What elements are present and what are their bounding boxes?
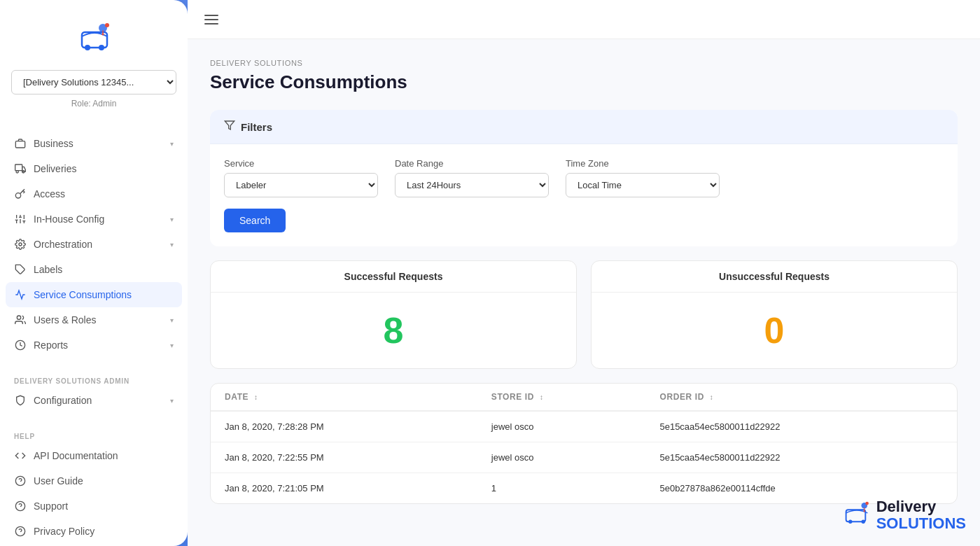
col-store-id[interactable]: STORE ID ↕ [477, 384, 646, 411]
sidebar-item-label-orchestration: Orchestration [34, 239, 163, 250]
code-icon [14, 449, 27, 462]
sidebar-item-label-privacy-policy: Privacy Policy [34, 526, 174, 537]
admin-nav: Configuration ▾ [0, 388, 188, 413]
successful-requests-card: Successful Requests 8 [210, 260, 577, 369]
col-date[interactable]: DATE ↕ [211, 384, 477, 411]
svg-point-22 [17, 316, 20, 319]
role-label: Role: Admin [11, 99, 176, 108]
chevron-down-icon-4: ▾ [170, 316, 174, 324]
sidebar-item-label-api-docs: API Documentation [34, 450, 174, 461]
date-range-filter-group: Date Range Last 24Hours [395, 158, 549, 197]
svg-marker-30 [225, 121, 234, 130]
sidebar-item-user-guide[interactable]: User Guide [6, 468, 182, 493]
sidebar-item-label-support: Support [34, 500, 174, 512]
filters-card: Filters Service Labeler Date Range [210, 110, 958, 246]
main-content: DELIVERY SOLUTIONS Service Consumptions … [188, 0, 980, 546]
help-circle-icon [14, 475, 27, 487]
account-selector[interactable]: [Delivery Solutions 12345... [11, 70, 176, 94]
stats-row: Successful Requests 8 Unsuccessful Reque… [210, 260, 958, 369]
sidebar-item-configuration[interactable]: Configuration ▾ [6, 388, 182, 413]
chevron-down-icon-2: ▾ [170, 216, 174, 223]
hamburger-line-3 [204, 23, 218, 24]
successful-requests-label: Successful Requests [211, 261, 576, 293]
timezone-select[interactable]: Local Time [566, 173, 720, 197]
sidebar-item-orchestration[interactable]: Orchestration ▾ [6, 232, 182, 257]
sidebar-item-label-inhouse-config: In-House Config [34, 214, 163, 225]
service-filter-group: Service Labeler [224, 158, 378, 197]
svg-point-35 [863, 510, 864, 512]
clock-icon [14, 339, 27, 351]
svg-point-4 [102, 34, 104, 36]
filters-header: Filters [210, 110, 958, 144]
sort-icon-store: ↕ [540, 393, 544, 401]
cell-date: Jan 8, 2020, 7:21:05 PM [211, 473, 477, 504]
svg-point-32 [848, 519, 852, 523]
chevron-down-icon-6: ▾ [170, 397, 174, 405]
help-section-title: HELP [0, 424, 188, 443]
shield-icon [14, 394, 27, 407]
chevron-down-icon-5: ▾ [170, 342, 174, 349]
top-bar [188, 0, 980, 39]
sidebar-item-access[interactable]: Access [6, 181, 182, 206]
svg-point-5 [105, 23, 109, 27]
unsuccessful-requests-value: 0 [592, 293, 957, 368]
date-range-select[interactable]: Last 24Hours [395, 173, 549, 197]
cell-date: Jan 8, 2020, 7:22:55 PM [211, 442, 477, 473]
sidebar-item-privacy-policy[interactable]: Privacy Policy [6, 519, 182, 544]
service-select[interactable]: Labeler [224, 173, 378, 197]
svg-rect-6 [15, 141, 24, 148]
cell-order-id: 5e15caa54ec5800011d22922 [645, 442, 957, 473]
sidebar-item-inhouse-config[interactable]: In-House Config ▾ [6, 206, 182, 232]
cell-store-id: jewel osco [477, 411, 646, 442]
sliders-icon [14, 213, 27, 225]
svg-point-33 [861, 519, 864, 523]
support-icon [14, 500, 27, 512]
svg-point-36 [865, 502, 869, 505]
settings-icon [14, 238, 27, 251]
sidebar-item-label-users-roles: Users & Roles [34, 314, 163, 326]
service-label: Service [224, 158, 378, 169]
sidebar-item-service-consumptions[interactable]: Service Consumptions [6, 282, 182, 307]
users-icon [14, 314, 27, 326]
sidebar-item-reports[interactable]: Reports ▾ [6, 332, 182, 358]
table-header: DATE ↕ STORE ID ↕ ORDER ID ↕ [211, 384, 957, 411]
table-body: Jan 8, 2020, 7:28:28 PM jewel osco 5e15c… [211, 411, 957, 503]
sort-icon-date: ↕ [254, 393, 258, 401]
table-row: Jan 8, 2020, 7:28:28 PM jewel osco 5e15c… [211, 411, 957, 442]
help-nav: API Documentation User Guide Support Pri… [0, 443, 188, 544]
ds-watermark-text: Delivery SOLUTIONS [876, 498, 966, 532]
filters-row: Service Labeler Date Range Last 24Hours [224, 158, 944, 197]
activity-icon [14, 288, 27, 301]
sidebar-item-label-access: Access [34, 188, 174, 200]
sidebar-item-users-roles[interactable]: Users & Roles ▾ [6, 307, 182, 332]
sort-icon-order: ↕ [710, 393, 714, 401]
timezone-label: Time Zone [566, 158, 720, 169]
truck-icon [14, 162, 27, 175]
hamburger-line-1 [204, 15, 218, 16]
sidebar-logo [0, 14, 188, 70]
page-title: Service Consumptions [210, 71, 958, 93]
table-row: Jan 8, 2020, 7:22:55 PM jewel osco 5e15c… [211, 442, 957, 473]
cell-date: Jan 8, 2020, 7:28:28 PM [211, 411, 477, 442]
search-button[interactable]: Search [224, 209, 286, 232]
sidebar-item-support[interactable]: Support [6, 493, 182, 519]
svg-point-2 [99, 45, 104, 50]
sidebar: [Delivery Solutions 12345... Role: Admin… [0, 0, 188, 546]
admin-section-title: DELIVERY SOLUTIONS ADMIN [0, 369, 188, 388]
sidebar-item-label-business: Business [34, 138, 163, 149]
key-icon [14, 188, 27, 200]
sidebar-item-labels[interactable]: Labels [6, 257, 182, 282]
sidebar-item-label-user-guide: User Guide [34, 475, 174, 486]
sidebar-item-api-docs[interactable]: API Documentation [6, 443, 182, 468]
menu-toggle-button[interactable] [202, 12, 221, 27]
sidebar-item-deliveries[interactable]: Deliveries [6, 156, 182, 181]
sidebar-item-label-labels: Labels [34, 264, 174, 275]
sidebar-item-business[interactable]: Business ▾ [6, 131, 182, 156]
svg-rect-7 [15, 164, 22, 171]
data-table-container: DATE ↕ STORE ID ↕ ORDER ID ↕ Jan 8, 2020… [210, 383, 958, 504]
filters-title: Filters [241, 121, 272, 133]
logo-icon [76, 21, 111, 56]
chevron-down-icon-3: ▾ [170, 241, 174, 248]
date-range-label: Date Range [395, 158, 549, 169]
col-order-id[interactable]: ORDER ID ↕ [645, 384, 957, 411]
